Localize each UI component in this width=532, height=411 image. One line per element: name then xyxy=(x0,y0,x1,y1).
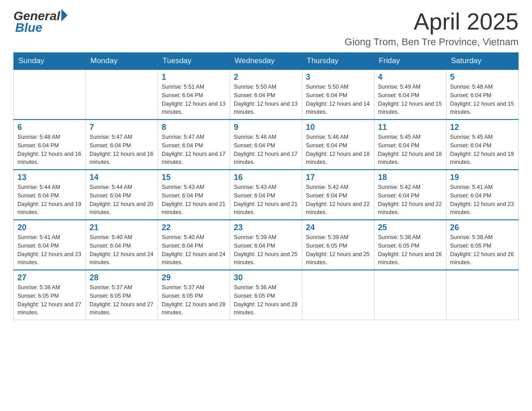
day-info: Sunrise: 5:41 AMSunset: 6:04 PMDaylight:… xyxy=(17,233,82,267)
day-info: Sunrise: 5:43 AMSunset: 6:04 PMDaylight:… xyxy=(234,183,298,217)
day-number: 17 xyxy=(306,173,370,182)
calendar-cell: 16Sunrise: 5:43 AMSunset: 6:04 PMDayligh… xyxy=(230,170,302,220)
calendar-cell: 23Sunrise: 5:39 AMSunset: 6:04 PMDayligh… xyxy=(230,220,302,270)
calendar-cell: 1Sunrise: 5:51 AMSunset: 6:04 PMDaylight… xyxy=(158,69,230,120)
calendar-cell: 29Sunrise: 5:37 AMSunset: 6:05 PMDayligh… xyxy=(158,270,230,320)
calendar-cell: 13Sunrise: 5:44 AMSunset: 6:04 PMDayligh… xyxy=(14,170,86,220)
day-number: 22 xyxy=(162,223,226,232)
day-number: 12 xyxy=(450,123,515,132)
day-info: Sunrise: 5:40 AMSunset: 6:04 PMDaylight:… xyxy=(90,233,154,267)
calendar-cell: 25Sunrise: 5:38 AMSunset: 6:05 PMDayligh… xyxy=(374,220,446,270)
calendar-cell: 4Sunrise: 5:49 AMSunset: 6:04 PMDaylight… xyxy=(374,69,446,120)
week-row-4: 20Sunrise: 5:41 AMSunset: 6:04 PMDayligh… xyxy=(14,220,519,270)
day-number: 23 xyxy=(234,223,298,232)
calendar-cell: 19Sunrise: 5:41 AMSunset: 6:04 PMDayligh… xyxy=(446,170,519,220)
calendar-cell: 18Sunrise: 5:42 AMSunset: 6:04 PMDayligh… xyxy=(374,170,446,220)
calendar-cell: 24Sunrise: 5:39 AMSunset: 6:05 PMDayligh… xyxy=(302,220,374,270)
day-info: Sunrise: 5:49 AMSunset: 6:04 PMDaylight:… xyxy=(378,83,442,116)
day-info: Sunrise: 5:48 AMSunset: 6:04 PMDaylight:… xyxy=(17,133,82,167)
calendar-cell xyxy=(302,270,374,320)
day-number: 24 xyxy=(306,223,370,232)
day-number: 16 xyxy=(234,173,298,182)
calendar-cell: 30Sunrise: 5:36 AMSunset: 6:05 PMDayligh… xyxy=(230,270,302,320)
day-number: 27 xyxy=(17,273,82,283)
calendar-cell: 6Sunrise: 5:48 AMSunset: 6:04 PMDaylight… xyxy=(14,120,86,170)
calendar-cell: 21Sunrise: 5:40 AMSunset: 6:04 PMDayligh… xyxy=(86,220,158,270)
location-title: Giong Trom, Ben Tre Province, Vietnam xyxy=(345,36,519,48)
calendar-cell: 8Sunrise: 5:47 AMSunset: 6:04 PMDaylight… xyxy=(158,120,230,170)
day-number: 5 xyxy=(450,73,515,82)
day-number: 10 xyxy=(306,123,370,132)
calendar-cell: 26Sunrise: 5:38 AMSunset: 6:05 PMDayligh… xyxy=(446,220,519,270)
day-info: Sunrise: 5:38 AMSunset: 6:05 PMDaylight:… xyxy=(378,233,442,267)
day-info: Sunrise: 5:47 AMSunset: 6:04 PMDaylight:… xyxy=(90,133,154,167)
day-info: Sunrise: 5:43 AMSunset: 6:04 PMDaylight:… xyxy=(162,183,226,217)
day-number: 19 xyxy=(450,173,515,182)
day-number: 4 xyxy=(378,73,442,82)
day-info: Sunrise: 5:42 AMSunset: 6:04 PMDaylight:… xyxy=(378,183,442,217)
calendar-cell: 5Sunrise: 5:48 AMSunset: 6:04 PMDaylight… xyxy=(446,69,519,120)
day-info: Sunrise: 5:42 AMSunset: 6:04 PMDaylight:… xyxy=(306,183,370,217)
calendar-cell xyxy=(374,270,446,320)
calendar-cell: 3Sunrise: 5:50 AMSunset: 6:04 PMDaylight… xyxy=(302,69,374,120)
weekday-header-wednesday: Wednesday xyxy=(230,53,302,70)
day-info: Sunrise: 5:39 AMSunset: 6:05 PMDaylight:… xyxy=(306,233,370,267)
day-number: 2 xyxy=(234,73,298,82)
calendar-cell: 2Sunrise: 5:50 AMSunset: 6:04 PMDaylight… xyxy=(230,69,302,120)
day-info: Sunrise: 5:41 AMSunset: 6:04 PMDaylight:… xyxy=(450,183,515,217)
day-info: Sunrise: 5:39 AMSunset: 6:04 PMDaylight:… xyxy=(234,233,298,267)
weekday-header-friday: Friday xyxy=(374,53,446,70)
day-number: 30 xyxy=(234,273,298,283)
day-number: 13 xyxy=(17,173,82,182)
week-row-5: 27Sunrise: 5:38 AMSunset: 6:05 PMDayligh… xyxy=(14,270,519,320)
calendar-cell: 11Sunrise: 5:45 AMSunset: 6:04 PMDayligh… xyxy=(374,120,446,170)
calendar-cell: 17Sunrise: 5:42 AMSunset: 6:04 PMDayligh… xyxy=(302,170,374,220)
day-number: 1 xyxy=(162,73,226,82)
day-number: 9 xyxy=(234,123,298,132)
title-section: April 2025 Giong Trom, Ben Tre Province,… xyxy=(345,9,519,48)
calendar-cell xyxy=(86,69,158,120)
day-number: 28 xyxy=(90,273,154,283)
calendar-header-row: SundayMondayTuesdayWednesdayThursdayFrid… xyxy=(14,53,519,70)
calendar-cell: 28Sunrise: 5:37 AMSunset: 6:05 PMDayligh… xyxy=(86,270,158,320)
calendar-cell: 22Sunrise: 5:40 AMSunset: 6:04 PMDayligh… xyxy=(158,220,230,270)
logo-blue-text: Blue xyxy=(13,21,43,35)
week-row-2: 6Sunrise: 5:48 AMSunset: 6:04 PMDaylight… xyxy=(14,120,519,170)
day-info: Sunrise: 5:48 AMSunset: 6:04 PMDaylight:… xyxy=(450,83,515,116)
day-number: 6 xyxy=(17,123,82,132)
day-info: Sunrise: 5:47 AMSunset: 6:04 PMDaylight:… xyxy=(162,133,226,167)
day-info: Sunrise: 5:45 AMSunset: 6:04 PMDaylight:… xyxy=(378,133,442,167)
day-info: Sunrise: 5:46 AMSunset: 6:04 PMDaylight:… xyxy=(306,133,370,167)
weekday-header-saturday: Saturday xyxy=(446,53,519,70)
day-number: 11 xyxy=(378,123,442,132)
week-row-1: 1Sunrise: 5:51 AMSunset: 6:04 PMDaylight… xyxy=(14,69,519,120)
day-info: Sunrise: 5:40 AMSunset: 6:04 PMDaylight:… xyxy=(162,233,226,267)
day-number: 18 xyxy=(378,173,442,182)
page-header: General Blue April 2025 Giong Trom, Ben … xyxy=(13,9,519,48)
day-number: 29 xyxy=(162,273,226,283)
day-info: Sunrise: 5:36 AMSunset: 6:05 PMDaylight:… xyxy=(234,283,298,317)
day-info: Sunrise: 5:45 AMSunset: 6:04 PMDaylight:… xyxy=(450,133,515,167)
day-info: Sunrise: 5:46 AMSunset: 6:04 PMDaylight:… xyxy=(234,133,298,167)
calendar-cell xyxy=(14,69,86,120)
day-number: 26 xyxy=(450,223,515,232)
calendar-cell: 14Sunrise: 5:44 AMSunset: 6:04 PMDayligh… xyxy=(86,170,158,220)
day-number: 20 xyxy=(17,223,82,232)
day-info: Sunrise: 5:38 AMSunset: 6:05 PMDaylight:… xyxy=(450,233,515,267)
calendar-cell: 10Sunrise: 5:46 AMSunset: 6:04 PMDayligh… xyxy=(302,120,374,170)
day-number: 21 xyxy=(90,223,154,232)
weekday-header-monday: Monday xyxy=(86,53,158,70)
logo-arrow-icon xyxy=(61,9,68,21)
weekday-header-sunday: Sunday xyxy=(14,53,86,70)
calendar-cell: 9Sunrise: 5:46 AMSunset: 6:04 PMDaylight… xyxy=(230,120,302,170)
day-number: 7 xyxy=(90,123,154,132)
day-number: 14 xyxy=(90,173,154,182)
day-info: Sunrise: 5:37 AMSunset: 6:05 PMDaylight:… xyxy=(162,283,226,317)
day-info: Sunrise: 5:50 AMSunset: 6:04 PMDaylight:… xyxy=(306,83,370,116)
calendar-cell: 20Sunrise: 5:41 AMSunset: 6:04 PMDayligh… xyxy=(14,220,86,270)
calendar-cell xyxy=(446,270,519,320)
day-info: Sunrise: 5:37 AMSunset: 6:05 PMDaylight:… xyxy=(90,283,154,317)
day-info: Sunrise: 5:50 AMSunset: 6:04 PMDaylight:… xyxy=(234,83,298,116)
calendar-cell: 12Sunrise: 5:45 AMSunset: 6:04 PMDayligh… xyxy=(446,120,519,170)
week-row-3: 13Sunrise: 5:44 AMSunset: 6:04 PMDayligh… xyxy=(14,170,519,220)
